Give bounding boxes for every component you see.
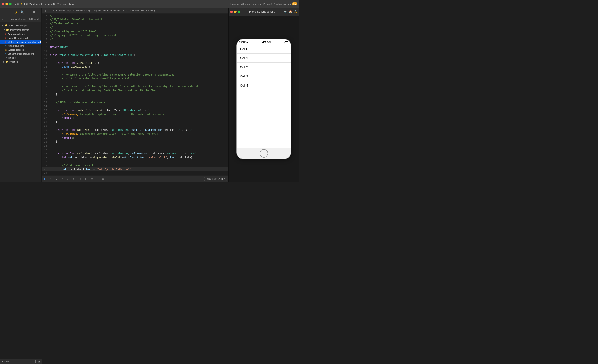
sim-title: iPhone SE (2nd gener... bbox=[241, 10, 282, 13]
settings-btn[interactable]: ⚙ bbox=[31, 9, 37, 15]
simulator-titlebar: iPhone SE (2nd gener... 📷 🏠 🔓 bbox=[229, 8, 299, 16]
sidebar-item-assets[interactable]: ◉ Assets.xcassets bbox=[0, 48, 41, 52]
swift-icon-3: ◆ bbox=[5, 40, 7, 43]
storyboard-icon: ◈ bbox=[5, 44, 7, 47]
wifi-icon: ▲ bbox=[246, 41, 248, 43]
view-mode-btn[interactable]: ⊞ bbox=[78, 176, 83, 181]
code-line-9: 9 import UIKit bbox=[42, 45, 228, 49]
code-line-23: 23 // MARK: - Table view data source bbox=[42, 100, 228, 104]
products-folder-icon: 📁 bbox=[6, 60, 8, 63]
sidebar-subgroup[interactable]: ▼ 📁 TableViewExample bbox=[0, 28, 41, 32]
status-left: Carrier ▲ bbox=[239, 41, 248, 43]
sidebar-item-launchscreen[interactable]: ◈ LaunchScreen.storyboard bbox=[0, 52, 41, 56]
step-out-btn[interactable]: ↑ bbox=[71, 176, 76, 181]
code-line-21: 21 } bbox=[42, 93, 228, 97]
sidebar-file-label-4: Main.storyboard bbox=[8, 45, 24, 47]
sim-camera-icon[interactable]: 📷 bbox=[283, 10, 287, 14]
code-line-17: 17 // self.clearsSelectionOnViewWillAppe… bbox=[42, 77, 228, 81]
navigator-btn[interactable]: ⊟ bbox=[43, 176, 48, 181]
canvas-btn[interactable]: ▤ bbox=[89, 176, 94, 181]
editor-forward-btn[interactable]: › bbox=[48, 9, 52, 13]
code-area[interactable]: 1 // 2 // MyTableTableViewController.swi… bbox=[42, 14, 228, 175]
code-line-40: 40 cell.textLabel?.text = "Cell \(indexP… bbox=[42, 168, 228, 171]
sim-home-icon[interactable]: 🏠 bbox=[289, 10, 292, 14]
search-btn[interactable]: 🔍 bbox=[19, 9, 25, 15]
device-breadcrumb: iPhone SE (2nd generation) bbox=[45, 3, 74, 5]
cell-label-1: Cell 1 bbox=[240, 56, 248, 60]
editor-back-btn[interactable]: ‹ bbox=[43, 9, 47, 13]
stop-button[interactable]: ■ bbox=[17, 2, 19, 5]
sim-close-btn[interactable] bbox=[230, 11, 233, 13]
editor-bc-2: TableViewExample bbox=[75, 9, 92, 12]
warning-filter-btn[interactable]: ⚠ bbox=[25, 9, 31, 15]
code-line-29: 29 bbox=[42, 124, 228, 128]
table-cell-4[interactable]: Cell 4 bbox=[237, 81, 291, 90]
sim-minimize-btn[interactable] bbox=[234, 11, 236, 13]
plist-icon: ◇ bbox=[5, 56, 7, 59]
code-line-19: 19 // Uncomment the following line to di… bbox=[42, 85, 228, 89]
run-button[interactable]: ▶ bbox=[15, 2, 17, 5]
code-line-32: 32 return 5 bbox=[42, 136, 228, 140]
status-time: 5:48 AM bbox=[262, 40, 271, 43]
home-button[interactable] bbox=[260, 149, 268, 158]
sidebar-item-appdelegate[interactable]: ◆ AppDelegate.swift bbox=[0, 32, 41, 36]
sidebar-file-label-2: SceneDelegate.swift bbox=[8, 37, 28, 39]
filter-btn[interactable]: ⚡ bbox=[13, 9, 19, 15]
sidebar-item-scenedelegate[interactable]: ◆ SceneDelegate.swift bbox=[0, 36, 41, 40]
step-into-btn[interactable]: ↓ bbox=[65, 176, 70, 181]
battery-fill bbox=[285, 41, 288, 42]
table-cell-2[interactable]: Cell 2 bbox=[237, 63, 291, 72]
sidebar-file-label-7: Info.plist bbox=[8, 57, 16, 59]
code-line-8: 8 bbox=[42, 41, 228, 45]
code-line-15: 15 bbox=[42, 69, 228, 73]
sidebar-products-group[interactable]: ▶ 📁 Products bbox=[0, 60, 41, 64]
code-line-20: 20 // self.navigationItem.rightBarButton… bbox=[42, 89, 228, 93]
breakpoints-btn[interactable]: ⬥ bbox=[54, 176, 59, 181]
code-line-12: 12 bbox=[42, 57, 228, 61]
code-line-22: 22 bbox=[42, 97, 228, 100]
cell-label-3: Cell 3 bbox=[240, 74, 248, 78]
code-line-26: 26 // #warning Incomplete implementation… bbox=[42, 112, 228, 116]
table-cell-3[interactable]: Cell 3 bbox=[237, 72, 291, 81]
code-line-5: 5 // Created by seb on 2020-10-01. bbox=[42, 30, 228, 33]
sim-fullscreen-btn[interactable] bbox=[238, 11, 240, 13]
minimize-button[interactable] bbox=[5, 3, 8, 5]
title-bar-breadcrumb: ⚡ TableViewExample › iPhone SE (2nd gene… bbox=[20, 2, 297, 5]
code-line-34: 34 bbox=[42, 144, 228, 148]
close-button[interactable] bbox=[2, 3, 4, 5]
sidebar-item-main-storyboard[interactable]: ◈ Main.storyboard bbox=[0, 44, 41, 48]
nav-forward-btn[interactable]: › bbox=[5, 16, 9, 22]
code-line-31: 31 // #warning Incomplete implementation… bbox=[42, 132, 228, 136]
scope-btn[interactable]: ⊕ bbox=[100, 176, 106, 181]
step-over-btn[interactable]: ↷ bbox=[60, 176, 65, 181]
sidebar-root-group[interactable]: ▼ 📁 TableViewExample bbox=[0, 23, 41, 28]
debug-btn[interactable]: ▷ bbox=[48, 176, 53, 181]
main-content: ☰ + ⚡ 🔍 ⚠ ⚙ ‹ › TableViewExample › Table… bbox=[0, 8, 299, 182]
jump-bar-btn[interactable]: ⊙ bbox=[95, 176, 100, 181]
triangle-icon-3: ▶ bbox=[3, 61, 5, 63]
code-line-4: 4 // bbox=[42, 25, 228, 30]
sidebar-file-label-5: Assets.xcassets bbox=[8, 49, 25, 51]
run-status: Running TableViewExample on iPhone SE (2… bbox=[231, 3, 291, 5]
nav-back-btn[interactable]: ‹ bbox=[1, 16, 5, 22]
iphone-frame: Carrier ▲ 5:48 AM Cell 0 bbox=[236, 39, 291, 159]
code-line-24: 24 bbox=[42, 104, 228, 108]
carrier-label: Carrier bbox=[239, 41, 246, 43]
cell-label-4: Cell 4 bbox=[240, 84, 248, 87]
project-breadcrumb: TableViewExample bbox=[24, 3, 43, 5]
table-cell-1[interactable]: Cell 1 bbox=[237, 54, 291, 63]
table-cell-0[interactable]: Cell 0 bbox=[237, 44, 291, 54]
sidebar-toggle-btn[interactable]: ☰ bbox=[1, 9, 7, 15]
sidebar-item-infoplist[interactable]: ◇ Info.plist bbox=[0, 56, 41, 60]
code-line-30: 30 override func tableView(_ tableView: … bbox=[42, 128, 228, 132]
code-line-7: 7 // bbox=[42, 37, 228, 41]
sidebar-item-mytablevc[interactable]: ◆ MyTableTableViewController.swift bbox=[0, 40, 41, 44]
iphone-home-bar bbox=[237, 148, 291, 159]
sim-unlock-icon[interactable]: 🔓 bbox=[294, 10, 297, 14]
bottom-toolbar: ⊟ ▷ ⬥ ↷ ↓ ↑ ⊞ ⊟ ▤ ⊙ ⊕ TableViewExample bbox=[42, 175, 228, 182]
storyboard-icon-2: ◈ bbox=[5, 52, 7, 55]
fullscreen-button[interactable] bbox=[9, 3, 12, 5]
add-file-btn[interactable]: + bbox=[7, 9, 13, 15]
scheme-label[interactable]: TableViewExample bbox=[204, 177, 227, 181]
split-view-btn[interactable]: ⊟ bbox=[84, 176, 89, 181]
